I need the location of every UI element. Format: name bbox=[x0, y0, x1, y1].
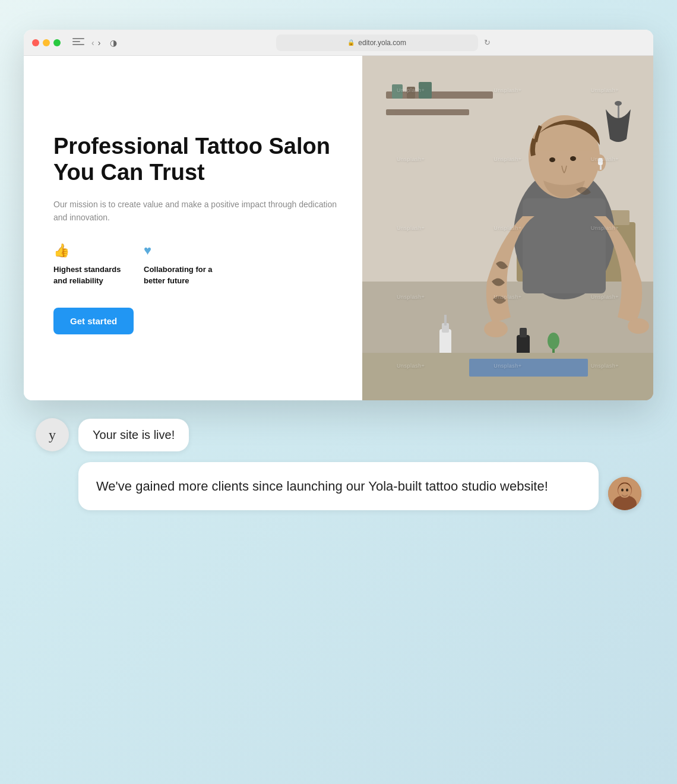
shield-icon: ◑ bbox=[110, 38, 117, 48]
feature-label-2: Collaborating for a better future bbox=[144, 264, 215, 286]
feature-item-1: 👍 Highest standards and reliability bbox=[53, 243, 125, 286]
svg-point-26 bbox=[549, 157, 555, 162]
svg-point-36 bbox=[618, 483, 631, 498]
close-button[interactable] bbox=[32, 39, 39, 46]
traffic-lights bbox=[32, 39, 61, 46]
back-arrow[interactable]: ‹ bbox=[91, 39, 94, 47]
heart-icon: ♥ bbox=[144, 243, 215, 258]
svg-point-31 bbox=[484, 321, 508, 337]
chat-bubble-2: We've gained more clients since launchin… bbox=[36, 462, 641, 510]
hero-image-panel: Unsplash+ Unsplash+ Unsplash+ Unsplash+ … bbox=[362, 56, 653, 400]
bubble-1-text: Your site is live! bbox=[78, 419, 189, 451]
left-panel: Professional Tattoo Salon You Can Trust … bbox=[24, 56, 362, 400]
yola-initial: y bbox=[49, 427, 56, 443]
feature-label-1: Highest standards and reliability bbox=[53, 264, 125, 286]
browser-window: ‹ › ◑ 🔒 editor.yola.com ↻ Professional T… bbox=[24, 30, 653, 400]
svg-rect-29 bbox=[598, 158, 603, 165]
tattoo-artist-image: Unsplash+ Unsplash+ Unsplash+ Unsplash+ … bbox=[362, 56, 653, 400]
svg-point-13 bbox=[615, 101, 622, 106]
maximize-button[interactable] bbox=[53, 39, 61, 46]
page-wrapper: ‹ › ◑ 🔒 editor.yola.com ↻ Professional T… bbox=[24, 30, 653, 754]
svg-point-32 bbox=[628, 318, 649, 334]
hero-title: Professional Tattoo Salon You Can Trust bbox=[53, 134, 338, 185]
bubble-2-text: We've gained more clients since launchin… bbox=[78, 462, 599, 510]
svg-point-37 bbox=[621, 489, 624, 492]
minimize-button[interactable] bbox=[43, 39, 50, 46]
svg-rect-6 bbox=[407, 87, 415, 99]
thumbs-up-icon: 👍 bbox=[53, 243, 125, 258]
svg-rect-7 bbox=[419, 82, 432, 99]
svg-point-27 bbox=[570, 156, 576, 161]
svg-rect-16 bbox=[444, 315, 447, 325]
address-bar-wrapper: 🔒 editor.yola.com ↻ bbox=[124, 34, 645, 51]
url-text: editor.yola.com bbox=[358, 39, 406, 47]
browser-content: Professional Tattoo Salon You Can Trust … bbox=[24, 56, 653, 400]
svg-rect-24 bbox=[523, 198, 606, 293]
lock-icon: 🔒 bbox=[347, 39, 355, 46]
get-started-button[interactable]: Get started bbox=[53, 308, 134, 334]
address-bar[interactable]: 🔒 editor.yola.com bbox=[276, 34, 478, 51]
hero-description: Our mission is to create value and make … bbox=[53, 198, 338, 225]
svg-rect-4 bbox=[386, 109, 469, 115]
feature-item-2: ♥ Collaborating for a better future bbox=[144, 243, 215, 286]
sidebar-toggle-icon[interactable] bbox=[72, 38, 84, 48]
chat-area: y Your site is live! We've gained more c… bbox=[24, 400, 653, 510]
forward-arrow[interactable]: › bbox=[98, 39, 101, 47]
browser-toolbar: ‹ › ◑ 🔒 editor.yola.com ↻ bbox=[24, 30, 653, 56]
features-row: 👍 Highest standards and reliability ♥ Co… bbox=[53, 243, 338, 286]
svg-point-38 bbox=[626, 489, 628, 492]
yola-avatar: y bbox=[36, 418, 69, 451]
user-avatar-image bbox=[608, 477, 641, 510]
user-avatar bbox=[608, 477, 641, 510]
chat-bubble-1: y Your site is live! bbox=[36, 418, 641, 451]
svg-rect-22 bbox=[469, 359, 588, 377]
reload-button[interactable]: ↻ bbox=[482, 37, 493, 49]
svg-rect-30 bbox=[600, 165, 602, 170]
svg-point-20 bbox=[548, 333, 559, 349]
svg-rect-5 bbox=[392, 84, 403, 99]
artist-illustration bbox=[362, 56, 653, 400]
nav-arrows: ‹ › bbox=[91, 39, 100, 47]
svg-rect-18 bbox=[520, 328, 527, 337]
